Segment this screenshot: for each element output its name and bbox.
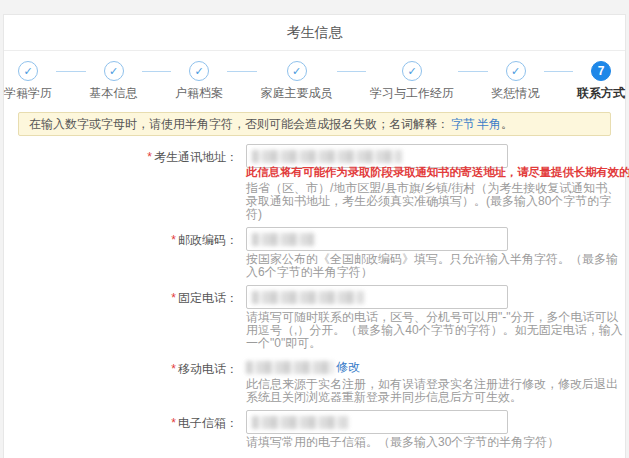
- field-label: *移动电话：: [4, 356, 238, 404]
- form-row-mobile-phone: *移动电话： 修改 此信息来源于实名注册，如有误请登录实名注册进行修改，修改后退…: [4, 356, 625, 404]
- required-asterisk: *: [147, 150, 152, 164]
- step-done-circle: ✓: [287, 61, 307, 81]
- step-label: 基本信息: [90, 85, 138, 102]
- step-xueji-xueli[interactable]: ✓ 学籍学历: [4, 61, 52, 102]
- step-connector: [544, 71, 574, 72]
- field-label: *电子信箱：: [4, 410, 238, 449]
- notice-suffix: 。: [501, 117, 513, 131]
- step-huji-dangan[interactable]: ✓ 户籍档案: [175, 61, 223, 102]
- field-label: *固定电话：: [4, 285, 238, 350]
- check-icon: ✓: [194, 65, 203, 78]
- check-icon: ✓: [23, 65, 32, 78]
- candidate-info-panel: 考生信息 ✓ 学籍学历 ✓ 基本信息 ✓ 户籍档案 ✓ 家庭主要成员 ✓ 学习与…: [3, 14, 626, 458]
- check-icon: ✓: [407, 65, 416, 78]
- step-done-circle: ✓: [506, 61, 526, 81]
- step-xuexi-gongzuo[interactable]: ✓ 学习与工作经历: [370, 61, 454, 102]
- form-row-fixed-phone: *固定电话： 请填写可随时联系的电话，区号、分机号可以用"-"分开，多个电话可以…: [4, 285, 625, 350]
- fixed-phone-input[interactable]: [246, 285, 508, 309]
- check-icon: ✓: [511, 65, 520, 78]
- address-hint-text: 指省（区、市）/地市区盟/县市旗/乡镇/街村（为考生接收复试通知书、录取通知书地…: [246, 182, 625, 221]
- step-label: 户籍档案: [175, 85, 223, 102]
- form-row-postcode: *邮政编码： 按国家公布的《全国邮政编码》填写。只允许输入半角字符。（最多输入6…: [4, 227, 625, 279]
- redacted-value: [252, 150, 402, 163]
- step-done-circle: ✓: [18, 61, 38, 81]
- check-icon: ✓: [109, 65, 118, 78]
- check-icon: ✓: [292, 65, 301, 78]
- notice-text: 在输入数字或字母时，请使用半角字符，否则可能会造成报名失败；名词解释：: [29, 117, 449, 131]
- form-row-email: *电子信箱： 请填写常用的电子信箱。（最多输入30个字节的半角字符）: [4, 410, 625, 449]
- page-title: 考生信息: [4, 15, 625, 51]
- step-number: 7: [598, 64, 605, 78]
- step-connector: [227, 71, 257, 72]
- contact-info-form: *考生通讯地址： 此信息将有可能作为录取阶段录取通知书的寄送地址，请尽量提供长期…: [4, 144, 625, 458]
- step-label: 奖惩情况: [492, 85, 540, 102]
- step-label: 学习与工作经历: [370, 85, 454, 102]
- step-done-circle: ✓: [104, 61, 124, 81]
- step-current-circle: 7: [591, 61, 611, 81]
- email-input[interactable]: [246, 410, 508, 434]
- glossary-link-halfwidth[interactable]: 半角: [477, 117, 501, 131]
- redacted-value: [252, 233, 314, 246]
- redacted-value: [252, 416, 348, 429]
- step-done-circle: ✓: [189, 61, 209, 81]
- step-progress-bar: ✓ 学籍学历 ✓ 基本信息 ✓ 户籍档案 ✓ 家庭主要成员 ✓ 学习与工作经历 …: [4, 61, 625, 102]
- fixed-phone-hint-text: 请填写可随时联系的电话，区号、分机号可以用"-"分开，多个电话可以用逗号（,）分…: [246, 311, 625, 350]
- required-asterisk: *: [171, 233, 176, 247]
- step-jiating-chengyuan[interactable]: ✓ 家庭主要成员: [261, 61, 333, 102]
- postcode-input[interactable]: [246, 227, 508, 251]
- step-lianxi-fangshi-current[interactable]: 7 联系方式: [577, 61, 625, 102]
- halfwidth-notice-bar: 在输入数字或字母时，请使用半角字符，否则可能会造成报名失败；名词解释：字节半角。: [18, 112, 611, 136]
- step-connector: [56, 71, 86, 72]
- mobile-phone-value: 修改: [246, 356, 625, 376]
- glossary-link-byte[interactable]: 字节: [451, 117, 475, 131]
- mobile-phone-hint-text: 此信息来源于实名注册，如有误请登录实名注册进行修改，修改后退出系统且关闭浏览器重…: [246, 378, 625, 404]
- required-asterisk: *: [171, 291, 176, 305]
- step-connector: [458, 71, 488, 72]
- step-jiangcheng-qingkuang[interactable]: ✓ 奖惩情况: [492, 61, 540, 102]
- redacted-value: [252, 291, 364, 304]
- modify-mobile-link[interactable]: 修改: [336, 359, 360, 376]
- redacted-value: [246, 361, 334, 374]
- email-hint-text: 请填写常用的电子信箱。（最多输入30个字节的半角字符）: [246, 436, 559, 449]
- step-done-circle: ✓: [402, 61, 422, 81]
- address-warning-text: 此信息将有可能作为录取阶段录取通知书的寄送地址，请尽量提供长期有效的地址。: [246, 165, 625, 180]
- step-label: 学籍学历: [4, 85, 52, 102]
- step-label: 家庭主要成员: [261, 85, 333, 102]
- postcode-hint-text: 按国家公布的《全国邮政编码》填写。只允许输入半角字符。（最多输入6个字节的半角字…: [246, 253, 625, 279]
- step-connector: [142, 71, 172, 72]
- form-row-address: *考生通讯地址： 此信息将有可能作为录取阶段录取通知书的寄送地址，请尽量提供长期…: [4, 144, 625, 221]
- field-label: *考生通讯地址：: [4, 144, 238, 221]
- field-label: *邮政编码：: [4, 227, 238, 279]
- step-jiben-xinxi[interactable]: ✓ 基本信息: [90, 61, 138, 102]
- step-connector: [337, 71, 367, 72]
- step-label: 联系方式: [577, 85, 625, 102]
- required-asterisk: *: [171, 362, 176, 376]
- required-asterisk: *: [171, 416, 176, 430]
